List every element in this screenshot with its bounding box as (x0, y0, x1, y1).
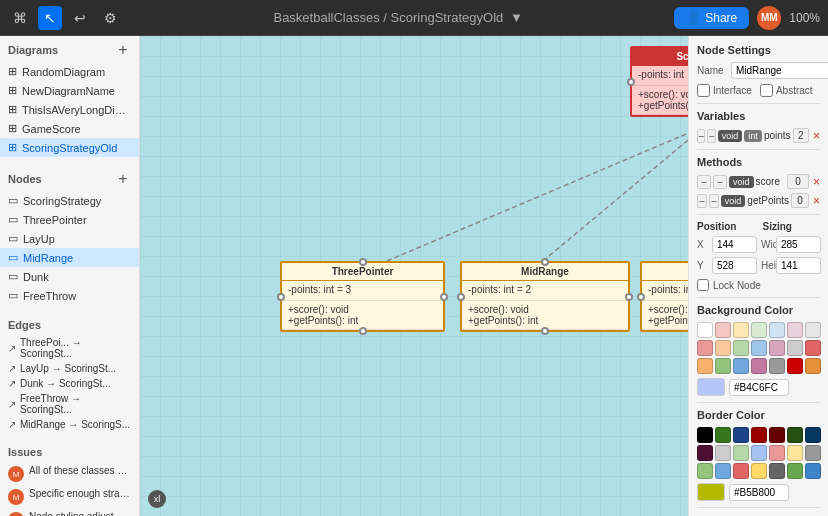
sidebar-item-long-diagram[interactable]: ⊞ ThisIsAVeryLongDiagramN... (0, 100, 139, 119)
border-swatch-7[interactable] (697, 445, 713, 461)
border-swatch-6[interactable] (805, 427, 821, 443)
bg-swatch-16[interactable] (733, 358, 749, 374)
border-swatch-19[interactable] (787, 463, 803, 479)
bg-swatch-17[interactable] (751, 358, 767, 374)
node-layup[interactable]: LayUp -points: int = 2 +score(): void +g… (640, 261, 688, 332)
bg-swatch-5[interactable] (787, 322, 803, 338)
node-mid-range[interactable]: MidRange -points: int = 2 +score(): void… (460, 261, 630, 332)
method-value[interactable]: 0 (787, 174, 809, 189)
canvas[interactable]: ScoringStrategy -points: int +score(): v… (140, 36, 688, 516)
bg-swatch-14[interactable] (697, 358, 713, 374)
method-value[interactable]: 0 (791, 193, 809, 208)
border-swatch-0[interactable] (697, 427, 713, 443)
share-button[interactable]: 👤 Share (674, 7, 749, 29)
bg-swatch-3[interactable] (751, 322, 767, 338)
method-delete-btn[interactable]: × (813, 194, 820, 208)
border-swatch-9[interactable] (733, 445, 749, 461)
border-swatch-12[interactable] (787, 445, 803, 461)
bg-swatch-7[interactable] (697, 340, 713, 356)
diagram-icon: ⊞ (8, 84, 17, 97)
app-menu-icon[interactable]: ⌘ (8, 6, 32, 30)
bg-swatch-20[interactable] (805, 358, 821, 374)
sidebar-node-scoring[interactable]: ▭ ScoringStrategy (0, 191, 139, 210)
node-scoring-strategy[interactable]: ScoringStrategy -points: int +score(): v… (630, 46, 688, 117)
width-input[interactable] (776, 236, 821, 253)
border-swatch-4[interactable] (769, 427, 785, 443)
bg-swatch-6[interactable] (805, 322, 821, 338)
border-swatch-17[interactable] (751, 463, 767, 479)
bg-swatch-1[interactable] (715, 322, 731, 338)
name-input[interactable] (731, 62, 828, 79)
bg-swatch-12[interactable] (787, 340, 803, 356)
border-swatch-10[interactable] (751, 445, 767, 461)
edge-item-2[interactable]: ↗ LayUp → ScoringSt... (0, 361, 139, 376)
node-three-pointer[interactable]: ThreePointer -points: int = 3 +score(): … (280, 261, 445, 332)
border-swatch-11[interactable] (769, 445, 785, 461)
bg-swatch-0[interactable] (697, 322, 713, 338)
abstract-checkbox[interactable] (760, 84, 773, 97)
var-type-btn[interactable]: – (707, 129, 715, 143)
border-color-hex-input[interactable] (729, 484, 789, 501)
edge-item-3[interactable]: ↗ Dunk → ScoringSt... (0, 376, 139, 391)
undo-icon[interactable]: ↩ (68, 6, 92, 30)
bg-swatch-11[interactable] (769, 340, 785, 356)
edge-item-4[interactable]: ↗ FreeThrow → ScoringSt... (0, 391, 139, 417)
border-swatch-3[interactable] (751, 427, 767, 443)
method-delete-btn[interactable]: × (813, 175, 820, 189)
bg-swatch-2[interactable] (733, 322, 749, 338)
border-swatch-15[interactable] (715, 463, 731, 479)
zoom-level[interactable]: 100% (789, 11, 820, 25)
method-expand-btn[interactable]: – (697, 175, 711, 189)
bg-swatch-18[interactable] (769, 358, 785, 374)
settings-icon[interactable]: ⚙ (98, 6, 122, 30)
var-expand-btn[interactable]: – (697, 129, 705, 143)
method-type-btn[interactable]: – (709, 194, 719, 208)
sidebar-item-scoring-strategy[interactable]: ⊞ ScoringStrategyOld (0, 138, 139, 157)
bg-swatch-9[interactable] (733, 340, 749, 356)
edge-item-5[interactable]: ↗ MidRange → ScoringS... (0, 417, 139, 432)
sidebar-item-random-diagram[interactable]: ⊞ RandomDiagram (0, 62, 139, 81)
method-expand-btn[interactable]: – (697, 194, 707, 208)
cursor-tool[interactable]: ↖ (38, 6, 62, 30)
bg-swatch-4[interactable] (769, 322, 785, 338)
border-swatch-16[interactable] (733, 463, 749, 479)
add-node-button[interactable]: + (115, 171, 131, 187)
interface-checkbox[interactable] (697, 84, 710, 97)
lock-checkbox[interactable] (697, 279, 709, 291)
sidebar-node-dunk[interactable]: ▭ Dunk (0, 267, 139, 286)
abstract-checkbox-label[interactable]: Abstract (760, 84, 813, 97)
dropdown-icon[interactable]: ▼ (510, 10, 523, 25)
add-diagram-button[interactable]: + (115, 42, 131, 58)
bg-color-hex-input[interactable] (729, 379, 789, 396)
x-input[interactable] (712, 236, 757, 253)
bg-swatch-13[interactable] (805, 340, 821, 356)
border-swatch-14[interactable] (697, 463, 713, 479)
border-swatch-5[interactable] (787, 427, 803, 443)
sidebar-node-midrange[interactable]: ▭ MidRange (0, 248, 139, 267)
edge-item-1[interactable]: ↗ ThreePoi... → ScoringSt... (0, 335, 139, 361)
sidebar-node-layup[interactable]: ▭ LayUp (0, 229, 139, 248)
sidebar-item-new-diagram[interactable]: ⊞ NewDiagramName (0, 81, 139, 100)
bg-swatch-8[interactable] (715, 340, 731, 356)
method-type-btn[interactable]: – (713, 175, 727, 189)
height-input[interactable] (776, 257, 821, 274)
sidebar-item-game-score[interactable]: ⊞ GameScore (0, 119, 139, 138)
sidebar-node-freethrow[interactable]: ▭ FreeThrow (0, 286, 139, 305)
border-swatch-13[interactable] (805, 445, 821, 461)
var-delete-btn[interactable]: × (813, 129, 820, 143)
issue-item-1[interactable]: M All of these classes are w... (0, 462, 139, 485)
issue-item-3[interactable]: M Node styling adjustments? (0, 508, 139, 516)
border-swatch-1[interactable] (715, 427, 731, 443)
var-value[interactable]: 2 (793, 128, 809, 143)
border-swatch-18[interactable] (769, 463, 785, 479)
bg-swatch-19[interactable] (787, 358, 803, 374)
bg-swatch-10[interactable] (751, 340, 767, 356)
y-input[interactable] (712, 257, 757, 274)
border-swatch-2[interactable] (733, 427, 749, 443)
border-swatch-8[interactable] (715, 445, 731, 461)
issue-item-2[interactable]: M Specific enough strategy? (0, 485, 139, 508)
border-swatch-20[interactable] (805, 463, 821, 479)
bg-swatch-15[interactable] (715, 358, 731, 374)
interface-checkbox-label[interactable]: Interface (697, 84, 752, 97)
sidebar-node-threepointer[interactable]: ▭ ThreePointer (0, 210, 139, 229)
